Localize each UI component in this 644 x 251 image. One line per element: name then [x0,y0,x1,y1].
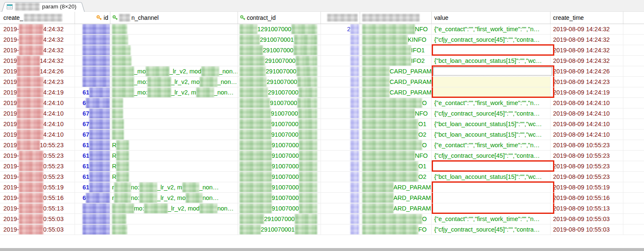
cell-create-time-left[interactable]: 20194:24:23 [0,77,75,87]
cell-create-time-left[interactable]: 2019-4:24:32 [0,45,75,55]
cell-create-time[interactable]: 2019-08-09 10:55:23 [550,161,623,171]
cell-loan-channel[interactable]: R [110,151,238,161]
cell-create-time[interactable]: 2019-08-09 14:24:10 [550,119,623,129]
cell-create-time[interactable]: 2019-08-09 10:55:03 [550,224,623,235]
column-header-create-time[interactable]: create_time [550,12,623,24]
cell-id[interactable] [75,24,110,34]
cell-create-time-left[interactable]: 2019-4:24:32 [0,24,75,34]
cell-id[interactable]: 67 [75,130,110,140]
cell-value[interactable]: {"bct_loan_account_status[15]":"","wc… [432,172,550,182]
column-header-value[interactable]: value [432,12,550,24]
cell-id[interactable] [75,35,110,45]
cell-loan-channel[interactable]: mo:_lr_v2, modnon… [110,203,238,213]
cell-redacted-number[interactable] [321,108,360,119]
cell-redacted-number[interactable] [321,77,360,87]
cell-loan-channel[interactable]: rno:_lr_v2, m_non… [110,182,238,192]
cell-create-time[interactable]: 2019-08-09 14:24:10 [550,130,623,140]
cell-id[interactable]: 6 [75,193,110,203]
cell-loan-channel[interactable]: _mo:_lr_v2, mo_non… [110,77,238,87]
cell-id[interactable] [75,45,110,55]
cell-create-time[interactable]: 2019-08-09 10:55:23 [550,140,623,150]
cell-param-name[interactable]: ARD_PARAM [360,203,432,213]
cell-redacted-number[interactable] [321,172,360,182]
cell-value[interactable]: {"e_contact":"","first_work_time":"","n… [432,140,550,150]
cell-redacted-number[interactable] [321,193,360,203]
cell-contract-id[interactable]: 91007000 [238,203,321,213]
cell-loan-channel[interactable] [110,130,238,140]
cell-value[interactable]: {"e_contact":"","first_work_time":"","n… [432,98,550,108]
cell-value[interactable]: {"cfjy_contract_source[45]":"","contra… [432,224,550,235]
cell-contract-id[interactable]: 91007000 [238,98,321,108]
cell-value[interactable] [432,203,550,213]
cell-redacted-number[interactable] [321,203,360,213]
cell-value[interactable]: {"e_contact":"","first_work_time":"","n… [432,214,550,224]
cell-id[interactable] [75,224,110,235]
cell-loan-channel[interactable] [110,98,238,108]
cell-id[interactable]: 61 [75,151,110,161]
cell-create-time-left[interactable]: 2019-0:55:16 [0,193,75,203]
cell-loan-channel[interactable]: R [110,172,238,182]
cell-loan-channel[interactable]: _mo:_lr_v2, m_non… [110,87,238,97]
cell-redacted-number[interactable] [321,98,360,108]
cell-create-time-left[interactable]: 20194:24:10 [0,98,75,108]
cell-create-time-left[interactable]: 201914:24:32 [0,56,75,66]
cell-param-name[interactable]: IFO1 [360,45,432,55]
cell-id[interactable]: 61 [75,87,110,97]
cell-redacted-number[interactable] [321,214,360,224]
cell-create-time-left[interactable]: 20194:24:10 [0,130,75,140]
cell-redacted-number[interactable] [321,56,360,66]
cell-contract-id[interactable]: 291007000 [238,45,321,55]
cell-create-time[interactable]: 2019-08-09 14:24:32 [550,45,623,55]
column-header-loan-channel[interactable]: n_channel [110,12,238,24]
cell-create-time-left[interactable]: 20194:24:10 [0,119,75,129]
cell-id[interactable] [75,214,110,224]
cell-param-name[interactable]: CARD_PARAM [360,66,432,76]
cell-create-time[interactable]: 2019-08-09 14:24:19 [550,87,623,97]
cell-create-time[interactable]: 2019-08-09 10:55:03 [550,214,623,224]
cell-id[interactable] [75,203,110,213]
cell-redacted-number[interactable]: 2 [321,24,360,34]
cell-param-name[interactable]: NFO [360,151,432,161]
cell-param-name[interactable]: ARD_PARAM [360,193,432,203]
cell-value[interactable]: {"bct_loan_account_status[15]":"","wc… [432,56,550,66]
cell-id[interactable]: 6 [75,98,110,108]
cell-contract-id[interactable]: 91007000 [238,193,321,203]
cell-loan-channel[interactable] [110,224,238,235]
cell-loan-channel[interactable]: rno:_lr_v2, monon… [110,193,238,203]
cell-create-time[interactable]: 2019-08-09 14:24:26 [550,66,623,76]
cell-id[interactable] [75,77,110,87]
cell-redacted-number[interactable] [321,224,360,235]
cell-create-time[interactable]: 2019-08-09 14:24:32 [550,24,623,34]
cell-param-name[interactable]: FO [360,224,432,235]
cell-create-time[interactable]: 2019-08-09 10:55:16 [550,193,623,203]
cell-redacted-number[interactable] [321,182,360,192]
cell-create-time-left[interactable]: 2019-0:55:03 [0,214,75,224]
cell-param-name[interactable]: O1 [360,161,432,171]
cell-contract-id[interactable]: 91007000 [238,161,321,171]
cell-id[interactable] [75,66,110,76]
cell-loan-channel[interactable] [110,24,238,34]
cell-loan-channel[interactable] [110,214,238,224]
cell-contract-id[interactable]: 2910070001 [238,224,321,235]
cell-param-name[interactable]: IFO2 [360,56,432,66]
cell-param-name[interactable]: NFO [360,108,432,119]
cell-id[interactable] [75,56,110,66]
cell-contract-id[interactable]: 91007000 [238,108,321,119]
cell-create-time-left[interactable]: 2019-0:55:03 [0,224,75,235]
cell-loan-channel[interactable] [110,35,238,45]
column-header-create-time-left[interactable]: create_ [0,12,75,24]
cell-create-time-left[interactable]: 2019-0:55:13 [0,203,75,213]
cell-value[interactable] [432,193,550,203]
cell-id[interactable]: 67 [75,119,110,129]
cell-contract-id[interactable]: 291007000 [238,77,321,87]
cell-id[interactable]: 61 [75,182,110,192]
cell-redacted-number[interactable] [321,161,360,171]
cell-param-name[interactable]: O1 [360,119,432,129]
cell-create-time-left[interactable]: 2019-4:24:32 [0,35,75,45]
cell-id[interactable]: 61 [75,140,110,150]
cell-param-name[interactable]: CARD_PARAM [360,77,432,87]
cell-contract-id[interactable]: 91007000 [238,182,321,192]
cell-id[interactable]: 61 [75,161,110,171]
cell-redacted-number[interactable] [321,119,360,129]
cell-contract-id[interactable]: 91007000 [238,172,321,182]
